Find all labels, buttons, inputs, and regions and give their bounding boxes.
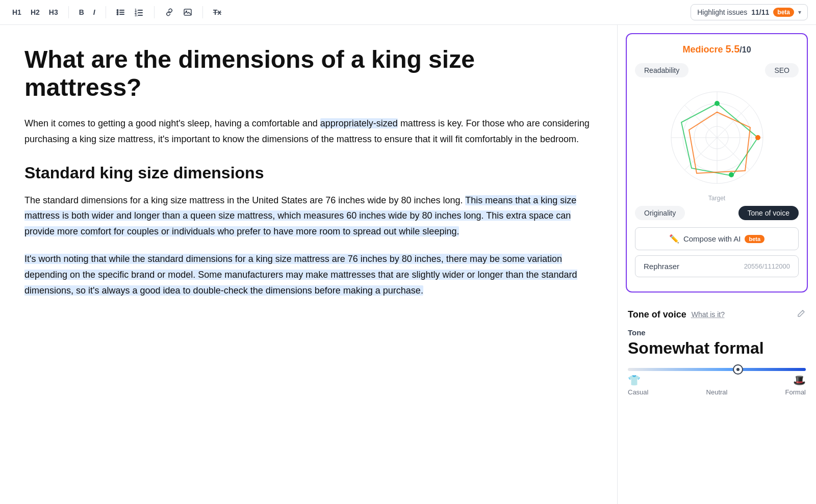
tone-value: Somewhat formal <box>628 339 806 358</box>
svg-point-4 <box>116 13 118 15</box>
list-buttons: 1. 2. 3. <box>112 5 148 19</box>
compose-beta-badge: beta <box>745 235 764 243</box>
bold-button[interactable]: B <box>75 6 88 19</box>
toolbar-divider-2 <box>106 6 106 18</box>
h2-button[interactable]: H2 <box>27 6 44 19</box>
svg-rect-11 <box>138 15 143 16</box>
highlight-issues-button[interactable]: Highlight issues 11/11 beta ▾ <box>691 4 808 20</box>
svg-rect-1 <box>119 10 124 11</box>
heading-standard-king: Standard king size dimensions <box>24 164 593 182</box>
neutral-label: Neutral <box>706 388 728 396</box>
slider-labels: Casual Neutral Formal <box>628 388 806 396</box>
score-card: Mediocre 5.5/10 Readability SEO <box>626 33 808 293</box>
clear-format-button[interactable]: Tx <box>209 6 225 19</box>
svg-point-22 <box>715 101 720 106</box>
tov-what-is-it[interactable]: What is it? <box>692 310 725 319</box>
svg-rect-9 <box>138 12 143 13</box>
highlight-count: 11/11 <box>751 8 769 16</box>
radar-labels-top: Readability SEO <box>635 63 799 77</box>
svg-rect-5 <box>119 14 124 15</box>
originality-tab[interactable]: Originality <box>635 206 685 220</box>
compose-with-ai-button[interactable]: ✏️ Compose with AI beta <box>635 227 799 250</box>
svg-point-2 <box>116 11 118 13</box>
action-buttons: ✏️ Compose with AI beta Rephraser 20556/… <box>635 227 799 277</box>
compose-label: Compose with AI <box>683 234 741 243</box>
highlighted-text-1: appropriately-sized <box>320 118 398 128</box>
svg-point-23 <box>755 135 760 140</box>
tone-label: Tone <box>628 328 806 337</box>
quality-label: Mediocre <box>682 44 723 55</box>
article-title: What are the dimensions of a king size m… <box>24 45 593 101</box>
radar-labels-bottom: Originality Tone of voice <box>635 206 799 220</box>
toolbar-divider-3 <box>154 6 155 18</box>
rephraser-button[interactable]: Rephraser 20556/1112000 <box>635 255 799 277</box>
unordered-list-button[interactable] <box>112 5 130 19</box>
italic-button[interactable]: I <box>89 6 99 19</box>
h1-button[interactable]: H1 <box>8 6 26 19</box>
radar-chart <box>661 82 773 194</box>
image-button[interactable] <box>179 5 196 19</box>
casual-label: Casual <box>628 388 648 396</box>
tone-of-voice-section: Tone of voice What is it? Tone Somewhat … <box>618 301 816 416</box>
paragraph-3: It's worth noting that while the standar… <box>24 251 593 298</box>
editor-area[interactable]: What are the dimensions of a king size m… <box>0 25 617 504</box>
chevron-down-icon: ▾ <box>798 9 801 16</box>
tov-edit-button[interactable] <box>797 309 806 320</box>
svg-point-26 <box>729 172 734 177</box>
heading-buttons: H1 H2 H3 <box>8 6 62 19</box>
paragraph-1: When it comes to getting a good night's … <box>24 116 593 147</box>
main-layout: What are the dimensions of a king size m… <box>0 25 816 504</box>
score-max: /10 <box>740 45 751 54</box>
score-number: 5.5 <box>725 43 740 55</box>
radar-container: Readability SEO <box>635 63 799 220</box>
link-button[interactable] <box>161 5 178 19</box>
tov-title: Tone of voice <box>628 309 686 320</box>
target-label: Target <box>708 195 725 202</box>
tov-header: Tone of voice What is it? <box>628 309 806 320</box>
right-panel: Mediocre 5.5/10 Readability SEO <box>617 25 816 504</box>
svg-rect-7 <box>138 10 143 11</box>
ordered-list-button[interactable]: 1. 2. 3. <box>131 5 148 19</box>
h3-button[interactable]: H3 <box>45 6 62 19</box>
toolbar-divider-4 <box>202 6 203 18</box>
formal-icon: 🎩 <box>793 374 806 386</box>
toolbar: H1 H2 H3 B I 1. 2. 3. <box>0 0 816 25</box>
tone-slider-container: 👕 🎩 Casual Neutral Formal <box>628 368 806 408</box>
slider-icons: 👕 🎩 <box>628 374 806 386</box>
paragraph-2: The standard dimensions for a king size … <box>24 193 593 240</box>
tone-slider-track[interactable] <box>628 368 806 371</box>
tone-of-voice-tab[interactable]: Tone of voice <box>738 206 799 220</box>
highlight-beta-badge: beta <box>773 8 794 17</box>
casual-icon: 👕 <box>628 374 641 386</box>
readability-tab[interactable]: Readability <box>635 63 688 77</box>
seo-tab[interactable]: SEO <box>765 63 799 77</box>
insert-buttons <box>161 5 196 19</box>
svg-point-0 <box>116 9 118 11</box>
svg-rect-3 <box>119 12 124 13</box>
svg-text:3.: 3. <box>135 13 138 17</box>
pencil-icon: ✏️ <box>669 234 679 244</box>
highlight-label: Highlight issues <box>697 8 747 16</box>
score-title: Mediocre 5.5/10 <box>635 43 799 55</box>
highlighted-text-3: It's worth noting that while the standar… <box>24 254 577 295</box>
rephraser-count: 20556/1112000 <box>744 262 790 270</box>
tone-slider-thumb[interactable] <box>733 364 743 375</box>
toolbar-divider-1 <box>68 6 69 18</box>
rephraser-label: Rephraser <box>644 262 679 271</box>
formal-label: Formal <box>785 388 806 396</box>
format-buttons: B I <box>75 6 99 19</box>
